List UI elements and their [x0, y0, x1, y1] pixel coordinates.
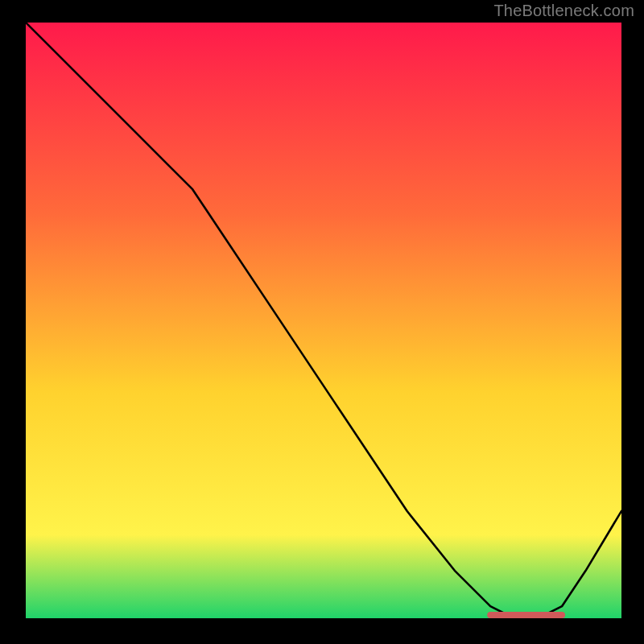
plot-frame	[26, 23, 621, 618]
watermark-text: TheBottleneck.com	[493, 2, 634, 20]
plot-svg	[26, 23, 621, 618]
chart-stage: TheBottleneck.com	[0, 0, 644, 644]
